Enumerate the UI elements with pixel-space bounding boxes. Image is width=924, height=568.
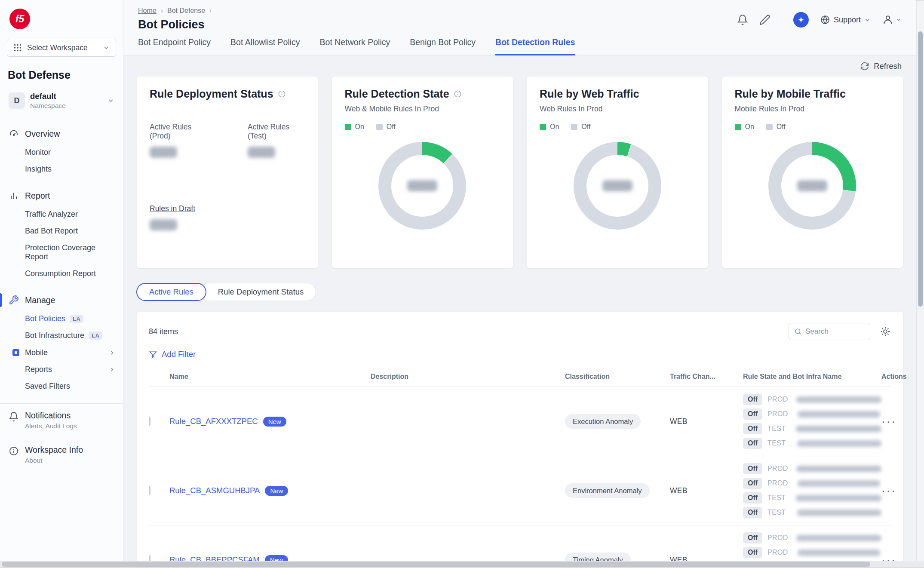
horizontal-scrollbar-thumb[interactable] [2,562,870,567]
add-filter-button[interactable]: Add Filter [149,350,196,359]
state-pill: Off [743,547,762,558]
waffle-icon [13,43,22,52]
rule-name-link[interactable]: Rule_CB_AFXXXTZPEC [169,417,258,426]
content-area: Refresh Rule Deployment Status Active Ru… [123,55,916,561]
row-checkbox[interactable] [149,486,150,495]
namespace-selector[interactable]: D default Namespace [4,87,119,114]
horizontal-scrollbar[interactable] [0,561,924,568]
card-title: Rule Detection State [345,88,449,100]
traffic-channel-cell: WEB [670,486,743,495]
main-area: Home › Bot Defense › Bot Policies [123,0,916,561]
redacted-infra-name [796,495,881,501]
sidebar-item-consumption-report[interactable]: Consumption Report [0,265,123,282]
sidebar-nav: Overview Monitor Insights Report Traffic… [0,123,123,467]
traffic-channel-cell: WEB [670,556,743,562]
sidebar-section-manage[interactable]: Manage [0,290,123,310]
vertical-scrollbar[interactable] [916,0,924,561]
nav-item-label: Bad Bot Report [25,227,78,236]
add-filter-label: Add Filter [162,350,196,359]
support-label: Support [834,15,861,25]
redacted-value [150,147,177,158]
new-badge: New [263,417,286,427]
row-checkbox[interactable] [149,555,150,561]
footer-item-sublabel: About [25,457,83,464]
col-header-name[interactable]: Name [169,373,371,381]
rules-in-draft-link[interactable]: Rules in Draft [150,204,195,213]
sidebar-item-monitor[interactable]: Monitor [0,144,123,161]
tab-bot-network-policy[interactable]: Bot Network Policy [320,37,390,55]
sidebar-section-report[interactable]: Report [0,185,123,206]
legend-off-swatch [766,124,773,130]
sidebar-item-protection-coverage-report[interactable]: Protection Coverage Report [0,239,123,265]
workspace-selector[interactable]: Select Workspace [7,39,116,57]
state-pill: Off [743,394,762,405]
row-checkbox[interactable] [149,417,150,426]
sidebar-section-overview[interactable]: Overview [0,123,123,144]
refresh-button[interactable]: Refresh [136,61,902,71]
card-subtitle: Mobile Rules In Prod [735,104,890,114]
row-actions-menu[interactable]: ··· [881,484,896,497]
breadcrumb: Home › Bot Defense › [138,7,212,15]
toggle-rule-deployment-status[interactable]: Rule Deployment Status [200,283,316,301]
sidebar-item-bad-bot-report[interactable]: Bad Bot Report [0,223,123,239]
sidebar-item-notifications[interactable]: Notifications Alerts, Audit Logs [0,404,123,433]
view-toggle: Active Rules Rule Deployment Status [136,283,903,301]
f5-logo-icon[interactable]: f5 [9,9,30,29]
card-title: Rule by Web Traffic [540,88,639,100]
sidebar-item-workspace-info[interactable]: Workspace Info About [0,438,123,467]
env-label: PROD [767,549,792,556]
sidebar-item-reports[interactable]: Reports [0,361,123,378]
footer-item-label: Workspace Info [25,445,83,455]
bar-chart-icon [9,190,19,201]
legend-on-swatch [345,124,351,130]
card-title: Rule by Mobile Traffic [735,88,846,100]
sidebar-item-insights[interactable]: Insights [0,161,123,178]
state-pill: Off [743,507,762,518]
toggle-active-rules[interactable]: Active Rules [136,283,206,301]
mobile-traffic-donut-chart [768,142,856,230]
sidebar-item-traffic-analyzer[interactable]: Traffic Analyzer [0,206,123,223]
tab-bot-detection-rules[interactable]: Bot Detection Rules [495,37,575,55]
state-pill: Off [743,423,762,434]
redacted-infra-name [798,480,880,487]
ai-assistant-icon[interactable] [793,12,809,28]
legend-on-label: On [745,123,754,131]
sidebar-item-bot-policies[interactable]: Bot Policies LA [0,310,123,327]
row-actions-menu[interactable]: ··· [881,415,896,428]
vertical-scrollbar-thumb[interactable] [918,31,923,307]
items-count: 84 items [149,327,178,336]
search-input[interactable] [805,327,865,336]
info-icon[interactable] [278,90,286,98]
donut-legend: On Off [540,123,695,131]
legend-off-swatch [376,124,383,130]
info-icon[interactable] [454,90,462,98]
rule-name-link[interactable]: Rule_CB_ASMGUHBJPA [169,486,260,495]
mobile-app-icon [11,348,21,357]
gear-icon[interactable] [880,326,891,337]
sidebar-item-saved-filters[interactable]: Saved Filters [0,378,123,395]
edit-pencil-icon[interactable] [759,14,771,25]
col-header-rule-state[interactable]: Rule State and Bot Infra Name [743,373,881,381]
col-header-classification[interactable]: Classification [565,373,670,381]
rule-name-link[interactable]: Rule_CB_BBEPPCSFAM [169,555,260,561]
chevron-down-icon [864,17,871,23]
col-header-description[interactable]: Description [371,373,565,381]
breadcrumb-home-link[interactable]: Home [138,7,157,15]
sidebar-item-mobile[interactable]: Mobile [0,344,123,361]
row-actions-menu[interactable]: ··· [881,553,896,562]
nav-item-label: Saved Filters [25,382,70,391]
tab-bot-allowlist-policy[interactable]: Bot Allowlist Policy [230,37,300,55]
namespace-name: default [30,92,102,101]
redacted-infra-name [796,535,881,541]
notifications-bell-icon[interactable] [737,14,748,25]
namespace-type: Namespace [30,102,102,110]
table-header-row: Name Description Classification Traffic … [149,368,891,387]
tab-benign-bot-policy[interactable]: Benign Bot Policy [410,37,476,55]
col-header-traffic-channel[interactable]: Traffic Chan... [670,373,743,381]
env-label: TEST [767,494,791,502]
support-menu[interactable]: Support [820,15,871,25]
tab-bot-endpoint-policy[interactable]: Bot Endpoint Policy [138,37,211,55]
classification-badge: Environment Anomaly [565,483,650,498]
sidebar-item-bot-infrastructure[interactable]: Bot Infrastructure LA [0,327,123,344]
user-account-menu[interactable] [882,14,902,26]
